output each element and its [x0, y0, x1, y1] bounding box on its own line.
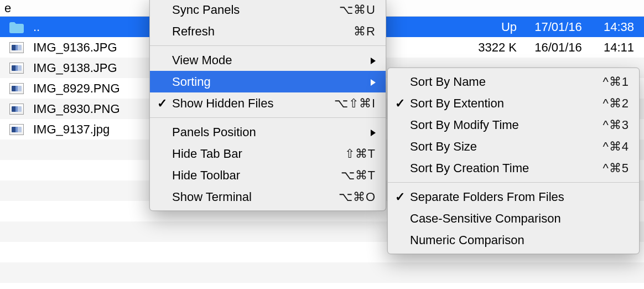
list-item [0, 283, 644, 289]
menu-separate-folders[interactable]: ✓ Separate Folders From Files [388, 186, 639, 208]
menu-sort-by-creation-time[interactable]: Sort By Creation Time ^⌘5 [388, 157, 639, 179]
menu-panels-position[interactable]: Panels Position [150, 121, 386, 143]
menu-sync-panels[interactable]: Sync Panels ⌥⌘U [150, 0, 386, 20]
menu-sort-by-name[interactable]: Sort By Name ^⌘1 [388, 71, 639, 92]
image-file-icon [0, 42, 33, 53]
menu-separator [388, 182, 639, 183]
menu-view-mode[interactable]: View Mode [150, 49, 386, 71]
list-item [0, 262, 644, 283]
menu-sort-by-size[interactable]: Sort By Size ^⌘4 [388, 136, 639, 157]
file-size: Up [456, 20, 522, 34]
sorting-submenu[interactable]: Sort By Name ^⌘1 ✓ Sort By Extention ^⌘2… [387, 68, 640, 254]
file-time: 14:11 [594, 40, 644, 55]
check-icon: ✓ [157, 96, 168, 111]
menu-sort-by-modify-time[interactable]: Sort By Modify Time ^⌘3 [388, 114, 639, 136]
menu-case-sensitive[interactable]: Case-Sensitive Comparison [388, 208, 639, 229]
menu-show-hidden-files[interactable]: ✓ Show Hidden Files ⌥⇧⌘I [150, 92, 386, 114]
menu-hide-tab-bar[interactable]: Hide Tab Bar ⇧⌘T [150, 143, 386, 164]
check-icon: ✓ [394, 190, 406, 204]
image-file-icon [0, 83, 33, 94]
file-date: 16/01/16 [522, 40, 594, 55]
file-size: 3322 K [456, 40, 522, 55]
menu-numeric-comparison[interactable]: Numeric Comparison [388, 229, 639, 251]
chevron-right-icon [367, 53, 376, 68]
file-time: 14:38 [594, 20, 644, 34]
menu-show-terminal[interactable]: Show Terminal ⌥⌘O [150, 186, 386, 208]
menu-sort-by-extension[interactable]: ✓ Sort By Extention ^⌘2 [388, 92, 639, 114]
file-date: 17/01/16 [522, 20, 594, 34]
menu-refresh[interactable]: Refresh ⌘R [150, 20, 386, 42]
folder-icon [0, 21, 33, 33]
image-file-icon [0, 104, 33, 115]
chevron-right-icon [367, 75, 376, 89]
menu-separator [150, 117, 386, 118]
menu-hide-toolbar[interactable]: Hide Toolbar ⌥⌘T [150, 164, 386, 186]
image-file-icon [0, 63, 33, 74]
chevron-right-icon [367, 125, 376, 140]
view-menu[interactable]: Sync Panels ⌥⌘U Refresh ⌘R View Mode Sor… [149, 0, 386, 211]
check-icon: ✓ [394, 96, 406, 111]
path-left: e [4, 0, 154, 17]
menu-separator [150, 45, 386, 46]
menu-sorting[interactable]: Sorting [150, 71, 386, 92]
image-file-icon [0, 124, 33, 135]
